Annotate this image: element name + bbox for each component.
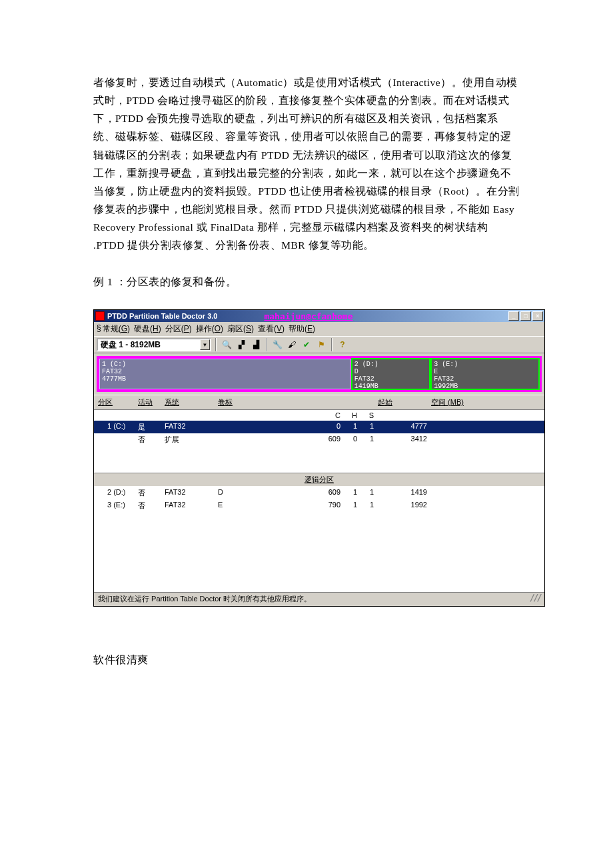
app-window: PTDD Partition Table Doctor 3.0 mahaijun… — [93, 309, 545, 607]
logical-partition-header: 逻辑分区 — [94, 473, 544, 487]
disk2-icon[interactable]: ▟ — [250, 339, 262, 351]
toolbar-separator — [215, 338, 217, 351]
minimize-button[interactable]: _ — [508, 311, 519, 321]
brush-icon[interactable]: 🖌 — [286, 339, 298, 351]
tail-note: 软件很清爽 — [93, 653, 520, 667]
menu-sector[interactable]: 扇区(S) — [227, 323, 254, 335]
menu-view[interactable]: 查看(V) — [258, 323, 285, 335]
subcol-c: C — [318, 411, 344, 419]
table-row[interactable]: 2 (D:) 否 FAT32 D 609 1 1 1419 — [94, 487, 544, 499]
dropdown-arrow-icon[interactable]: ▼ — [200, 339, 210, 350]
status-text: 我们建议在运行 Partition Table Doctor 时关闭所有其他应用… — [98, 594, 311, 604]
col-label[interactable]: 卷标 — [218, 397, 318, 407]
app-icon — [95, 311, 105, 321]
disk-selector[interactable]: 硬盘 1 - 8192MB ▼ — [97, 338, 211, 351]
partition-table-header: 分区 活动 系统 卷标 起始 空间 (MB) — [94, 395, 544, 410]
menu-general[interactable]: 常规(G) — [103, 323, 130, 335]
disk-selector-text: 硬盘 1 - 8192MB — [98, 339, 200, 351]
menu-partition[interactable]: 分区(P) — [165, 323, 192, 335]
col-active[interactable]: 活动 — [138, 397, 165, 407]
flag-icon[interactable]: ⚑ — [315, 339, 327, 351]
toolbar-separator — [331, 338, 332, 351]
body-paragraph-1: 者修复时，要透过自动模式（Automatic）或是使用对话模式（Interact… — [93, 73, 520, 254]
toolbar: 硬盘 1 - 8192MB ▼ 🔍 ▞ ▟ 🔧 🖌 ✔ ⚑ ? — [94, 336, 544, 353]
title-bar: PTDD Partition Table Doctor 3.0 mahaijun… — [94, 310, 544, 322]
disk-map: 1 (C:) FAT32 4777MB 2 (D:) D FAT32 1419M… — [97, 356, 542, 392]
window-title: PTDD Partition Table Doctor 3.0 — [107, 312, 217, 320]
col-system[interactable]: 系统 — [165, 397, 218, 407]
map-segment-e[interactable]: 3 (E:) E FAT32 1992MB — [430, 358, 540, 390]
map-segment-c[interactable]: 1 (C:) FAT32 4777MB — [99, 358, 351, 390]
col-space[interactable]: 空间 (MB) — [431, 397, 540, 407]
menu-leading-char: § — [97, 323, 101, 335]
status-bar: 我们建议在运行 Partition Table Doctor 时关闭所有其他应用… — [94, 592, 544, 606]
body-paragraph-example-heading: 例 1 ：分区表的修复和备份。 — [93, 273, 520, 291]
table-row[interactable]: 否 扩展 609 0 1 3412 — [94, 433, 544, 446]
watermark-text: mahaijun@cfanhome — [217, 311, 508, 321]
menu-operate[interactable]: 操作(O) — [196, 323, 223, 335]
help-icon[interactable]: ? — [336, 339, 348, 351]
resize-grip-icon[interactable]: /// — [530, 594, 540, 604]
subcol-h: H — [344, 411, 361, 419]
magnifier-icon[interactable]: 🔍 — [221, 339, 233, 351]
map-segment-d[interactable]: 2 (D:) D FAT32 1419MB — [351, 358, 431, 390]
maximize-button[interactable]: □ — [520, 311, 531, 321]
wrench-icon[interactable]: 🔧 — [271, 339, 283, 351]
partition-table-subheader: C H S — [94, 410, 544, 421]
logical-table-body: 2 (D:) 否 FAT32 D 609 1 1 1419 3 (E:) 否 F… — [94, 487, 544, 592]
subcol-s: S — [361, 411, 378, 419]
menu-help[interactable]: 帮助(E) — [289, 323, 315, 335]
col-start[interactable]: 起始 — [378, 397, 431, 407]
col-partition[interactable]: 分区 — [98, 397, 138, 407]
menu-bar: § 常规(G) 硬盘(H) 分区(P) 操作(O) 扇区(S) 查看(V) 帮助… — [94, 322, 544, 336]
window-controls: _ □ × — [508, 311, 543, 321]
disk-icon[interactable]: ▞ — [235, 339, 247, 351]
table-row[interactable]: 1 (C:) 是 FAT32 0 1 1 4777 — [94, 421, 544, 433]
table-row[interactable]: 3 (E:) 否 FAT32 E 790 1 1 1992 — [94, 499, 544, 512]
close-button[interactable]: × — [532, 311, 543, 321]
partition-table-body: 1 (C:) 是 FAT32 0 1 1 4777 否 扩展 609 0 1 3… — [94, 421, 544, 473]
check-icon[interactable]: ✔ — [301, 339, 312, 351]
menu-disk[interactable]: 硬盘(H) — [134, 323, 161, 335]
toolbar-separator — [266, 338, 267, 351]
